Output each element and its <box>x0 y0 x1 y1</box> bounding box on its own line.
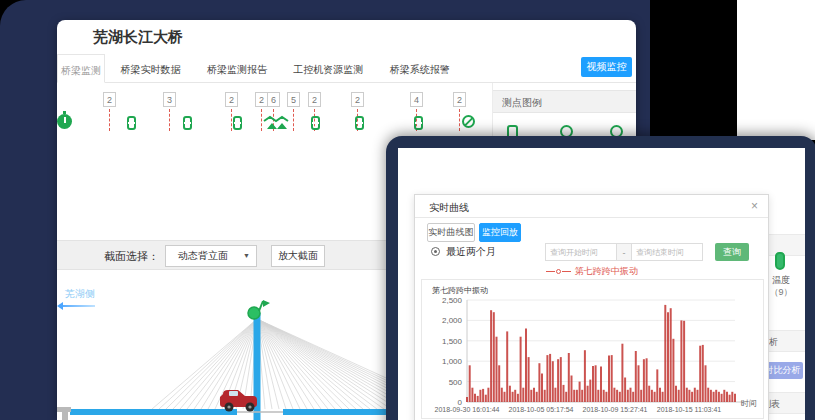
sensor-count-badge[interactable]: 6 <box>267 92 280 107</box>
enlarge-section-button[interactable]: 放大截面 <box>271 245 325 267</box>
legend-circle-icon <box>556 269 561 274</box>
legend-line-icon <box>562 271 571 272</box>
tab-realtime-curve[interactable]: 实时曲线图 <box>427 223 475 242</box>
sensor-strip: 2322652242 <box>57 88 493 140</box>
query-button[interactable]: 查询 <box>715 243 749 261</box>
sensor-count-badge[interactable]: 2 <box>351 92 364 107</box>
chevron-down-icon: ▼ <box>243 246 250 266</box>
svg-text:2018-10-09 15:27:41: 2018-10-09 15:27:41 <box>583 406 648 413</box>
no-signal-icon[interactable] <box>462 115 475 128</box>
svg-text:时间: 时间 <box>741 399 757 408</box>
section-select-dropdown[interactable]: 动态背立面 ▼ <box>165 245 257 267</box>
chain-icon[interactable] <box>414 116 423 130</box>
chain-icon[interactable] <box>355 116 364 130</box>
modal-header: 实时曲线 × <box>415 195 768 218</box>
sensor-count-badge[interactable]: 2 <box>453 92 466 107</box>
background-window-fragment <box>737 0 815 140</box>
tab-bridge-monitor[interactable]: 桥梁监测 <box>57 54 105 83</box>
chart-legend[interactable]: 第七跨跨中振动 <box>415 265 768 278</box>
svg-text:2018-10-05 05:17:54: 2018-10-05 05:17:54 <box>509 406 574 413</box>
sensor-count-badge[interactable]: 2 <box>103 92 116 107</box>
svg-text:500: 500 <box>449 378 463 387</box>
chart-panel: 第七跨跨中振动 05001,0001,5002,0002,5002018-09-… <box>421 279 764 419</box>
desktop: 芜湖长江大桥 桥梁监测 桥梁实时数据 桥梁监测报告 工控机资源监测 桥梁系统报警… <box>0 0 815 420</box>
alarm-dash-line[interactable] <box>293 109 294 131</box>
svg-text:2,500: 2,500 <box>442 296 463 305</box>
legend-label: 第七跨跨中振动 <box>575 266 638 276</box>
temperature-count: （9） <box>766 286 796 299</box>
sensor-count-badge[interactable]: 3 <box>163 92 176 107</box>
chain-icon[interactable] <box>233 116 242 130</box>
main-tabbar: 桥梁监测 桥梁实时数据 桥梁监测报告 工控机资源监测 桥梁系统报警 视频监控 <box>57 54 636 83</box>
alarm-dash-line[interactable] <box>261 109 262 131</box>
alarm-dash-line[interactable] <box>231 109 232 131</box>
sensor-count-badge[interactable]: 2 <box>225 92 238 107</box>
alarm-dash-line[interactable] <box>169 109 170 131</box>
stopwatch-icon[interactable] <box>57 114 72 129</box>
vibration-chart[interactable]: 05001,0001,5002,0002,5002018-09-30 16:01… <box>422 280 763 418</box>
legend-panel-header: 测点图例 <box>493 90 636 113</box>
svg-text:2018-10-15 11:03:41: 2018-10-15 11:03:41 <box>657 406 722 413</box>
alarm-dash-line[interactable] <box>459 109 460 131</box>
sensor-count-badge[interactable]: 5 <box>287 92 300 107</box>
thermometer-icon[interactable] <box>775 252 785 270</box>
tab-monitor-playback[interactable]: 监控回放 <box>479 223 521 242</box>
sensor-count-badge[interactable]: 2 <box>308 92 321 107</box>
page-title: 芜湖长江大桥 <box>93 28 183 47</box>
chart-title: 第七跨跨中振动 <box>432 285 488 296</box>
tab-bridge-system-alarm[interactable]: 桥梁系统报警 <box>379 54 461 85</box>
alarm-dash-line[interactable] <box>109 109 110 131</box>
query-start-time-input[interactable] <box>545 243 617 261</box>
chain-icon[interactable] <box>183 116 192 130</box>
svg-text:2018-09-30 16:01:44: 2018-09-30 16:01:44 <box>435 406 500 413</box>
tab-ipc-resource-monitor[interactable]: 工控机资源监测 <box>282 54 374 85</box>
section-select-value: 动态背立面 <box>178 250 228 261</box>
recent-two-months-label: 最近两个月 <box>446 245 496 259</box>
chain-icon[interactable] <box>127 116 136 130</box>
chain-icon[interactable] <box>311 116 320 130</box>
sensor-count-badge[interactable]: 4 <box>410 92 423 107</box>
legend-line-icon <box>546 271 555 272</box>
close-icon[interactable]: × <box>751 199 758 213</box>
recent-two-months-radio[interactable] <box>431 247 440 256</box>
secondary-window-content: 测点图例 温度 （9） 对比分析 对比分析 测点列表 实时曲线 × 实时曲线图 … <box>398 148 805 420</box>
tab-bridge-realtime-data[interactable]: 桥梁实时数据 <box>109 54 191 85</box>
svg-text:1,000: 1,000 <box>442 357 463 366</box>
svg-text:2,000: 2,000 <box>442 316 463 325</box>
tab-bridge-monitor-report[interactable]: 桥梁监测报告 <box>196 54 278 85</box>
section-select-label: 截面选择： <box>104 249 159 264</box>
video-monitor-button[interactable]: 视频监控 <box>581 57 632 77</box>
secondary-window: 测点图例 温度 （9） 对比分析 对比分析 测点列表 实时曲线 × 实时曲线图 … <box>386 136 815 420</box>
svg-text:1,500: 1,500 <box>442 337 463 346</box>
anemometer-icon <box>248 300 270 319</box>
modal-title: 实时曲线 <box>429 201 469 215</box>
query-end-time-input[interactable] <box>631 243 703 261</box>
time-range-separator: - <box>617 243 631 261</box>
realtime-curve-modal: 实时曲线 × 实时曲线图 监控回放 最近两个月 - 查询 第七跨跨中振动 第七跨… <box>414 194 769 420</box>
vibration-sensor-icon[interactable] <box>263 115 291 131</box>
